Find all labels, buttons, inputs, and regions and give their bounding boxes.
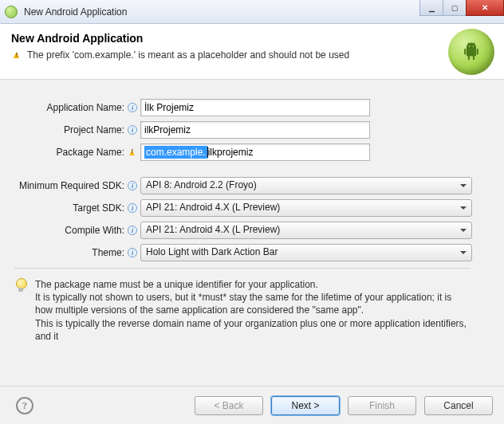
info-icon[interactable] [128, 103, 137, 112]
svg-point-9 [473, 46, 474, 47]
target-sdk-value: API 21: Android 4.X (L Preview) [146, 202, 280, 213]
min-sdk-value: API 8: Android 2.2 (Froyo) [146, 179, 257, 190]
compile-with-combo[interactable]: API 21: Android 4.X (L Preview) [140, 222, 472, 239]
label-project-name: Project Name: [0, 124, 126, 135]
label-target-sdk: Target SDK: [0, 202, 126, 214]
info-icon[interactable] [128, 248, 137, 257]
compile-with-value: API 21: Android 4.X (L Preview) [146, 224, 280, 235]
svg-point-8 [469, 46, 470, 47]
warning-icon[interactable] [128, 147, 137, 157]
label-theme: Theme: [0, 247, 126, 258]
package-name-input[interactable]: com.example.ilkprojemiz [140, 143, 370, 161]
next-button[interactable]: Next > [271, 396, 340, 415]
label-compile-with: Compile With: [0, 225, 126, 236]
hint-block: The package name must be a unique identi… [0, 277, 485, 347]
back-button[interactable]: < Back [195, 396, 263, 415]
svg-rect-1 [467, 48, 476, 57]
row-theme: Theme: Holo Light with Dark Action Bar [0, 244, 485, 261]
row-package-name: Package Name: com.example.ilkprojemiz [0, 143, 485, 161]
eclipse-android-icon [5, 6, 18, 18]
min-sdk-combo[interactable]: API 8: Android 2.2 (Froyo) [140, 177, 472, 194]
window-minimize-button[interactable] [419, 0, 443, 16]
label-application-name: Application Name: [0, 102, 126, 113]
help-button[interactable]: ? [16, 397, 33, 414]
cancel-button[interactable]: Cancel [424, 396, 493, 415]
hint-line: It is typically not shown to users, but … [35, 292, 451, 316]
row-min-sdk: Minimum Required SDK: API 8: Android 2.2… [0, 177, 485, 194]
label-package-name: Package Name: [0, 147, 126, 158]
label-min-sdk: Minimum Required SDK: [0, 180, 126, 191]
package-name-selection: com.example. [144, 146, 207, 159]
finish-button[interactable]: Finish [348, 396, 416, 415]
row-target-sdk: Target SDK: API 21: Android 4.X (L Previ… [0, 199, 485, 217]
application-name-input[interactable] [140, 99, 370, 116]
dialog-message: The prefix 'com.example.' is meant as a … [27, 49, 349, 61]
svg-rect-3 [477, 49, 478, 54]
theme-combo[interactable]: Holo Light with Dark Action Bar [140, 244, 472, 261]
package-name-rest: ilkprojemiz [208, 147, 254, 158]
warning-icon [11, 49, 22, 61]
lightbulb-icon [14, 278, 27, 294]
window-controls [420, 0, 504, 16]
window-titlebar: New Android Application [0, 0, 504, 24]
info-icon[interactable] [128, 203, 137, 213]
hint-line: The package name must be a unique identi… [35, 279, 318, 290]
dialog-header: New Android Application The prefix 'com.… [0, 24, 504, 80]
info-icon[interactable] [128, 181, 137, 190]
hint-text: The package name must be a unique identi… [35, 278, 469, 343]
android-logo-icon [448, 29, 494, 75]
svg-rect-4 [468, 56, 470, 60]
row-project-name: Project Name: [0, 121, 485, 139]
window-maximize-button[interactable] [443, 0, 467, 16]
svg-rect-2 [464, 49, 466, 54]
hint-line: This is typically the reverse domain nam… [35, 318, 467, 342]
project-name-input[interactable] [140, 121, 370, 139]
separator [14, 268, 471, 269]
target-sdk-combo[interactable]: API 21: Android 4.X (L Preview) [140, 199, 472, 217]
dialog-footer: ? < Back Next > Finish Cancel [0, 386, 504, 424]
row-application-name: Application Name: [0, 99, 485, 116]
dialog-title: New Android Application [11, 32, 493, 45]
svg-rect-5 [473, 56, 474, 60]
theme-value: Holo Light with Dark Action Bar [146, 246, 278, 257]
row-compile-with: Compile With: API 21: Android 4.X (L Pre… [0, 222, 485, 239]
window-close-button[interactable] [466, 0, 504, 16]
window-title: New Android Application [24, 6, 127, 18]
form-body: Application Name: Project Name: Package … [0, 80, 504, 386]
info-icon[interactable] [128, 226, 137, 235]
info-icon[interactable] [128, 125, 137, 135]
